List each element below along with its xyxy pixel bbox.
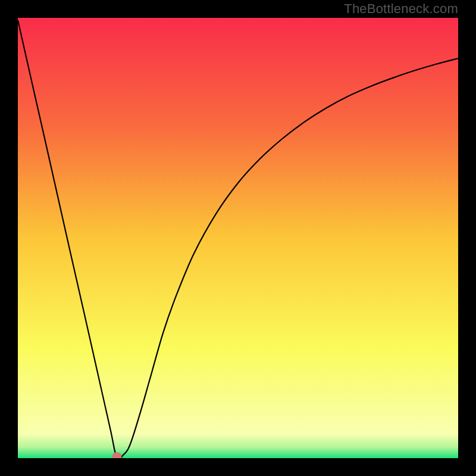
bottleneck-chart (18, 18, 458, 458)
chart-frame: TheBottleneck.com (0, 0, 476, 476)
watermark-text: TheBottleneck.com (344, 1, 458, 17)
gradient-background (18, 18, 458, 458)
